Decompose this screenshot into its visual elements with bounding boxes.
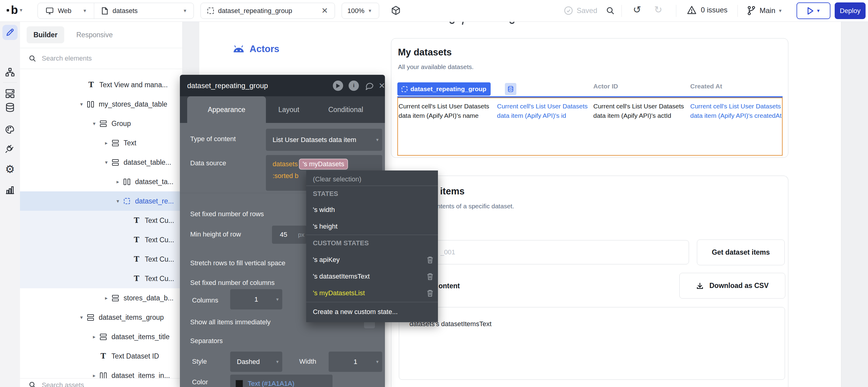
chevron-right-icon[interactable]: ▸: [89, 334, 99, 340]
separators-label: Separators: [190, 337, 223, 345]
search-icon: [28, 381, 36, 387]
preview-element-button[interactable]: [333, 80, 343, 91]
tree-item-text-view[interactable]: T Text View and mana...: [20, 75, 182, 95]
cell-name[interactable]: Current cell's List User Datasets data i…: [399, 101, 492, 120]
server-icon: [5, 89, 15, 98]
custom-state-apikey[interactable]: 's apiKey: [306, 253, 438, 266]
tab-conditional[interactable]: Conditional: [328, 96, 363, 123]
app-logo-menu[interactable]: b ▾: [7, 4, 23, 17]
create-custom-state-option[interactable]: Create a new custom state...: [306, 305, 438, 319]
component-library-button[interactable]: [391, 5, 401, 17]
state-option-height[interactable]: 's height: [306, 220, 438, 233]
cell-id[interactable]: Current cell's List User Datasets data i…: [497, 101, 589, 120]
workflow-tool[interactable]: [0, 67, 20, 77]
search-elements-input[interactable]: [41, 54, 157, 63]
custom-state-mydatasetslist-highlighted[interactable]: 's myDatasetsList: [306, 286, 438, 300]
chevron-right-icon[interactable]: ▸: [113, 179, 123, 185]
close-icon[interactable]: ✕: [321, 6, 328, 15]
undo-button[interactable]: ↺: [633, 5, 641, 14]
zoom-selector[interactable]: 100% ▾: [342, 3, 379, 19]
search-button[interactable]: [606, 6, 615, 15]
chevron-right-icon[interactable]: ▸: [101, 140, 112, 146]
tree-item-text-datasets[interactable]: T Text Datasets: [20, 69, 182, 75]
tree-item-text-dataset-id[interactable]: T Text Dataset ID: [20, 347, 182, 366]
type-of-content-select[interactable]: List User Datasets data item ▾: [266, 129, 382, 151]
tree-item-group[interactable]: ▾ Group: [20, 114, 182, 133]
preview-button[interactable]: ▾: [797, 2, 831, 19]
tab-builder[interactable]: Builder: [27, 26, 64, 43]
cell-createdat[interactable]: Current cell's List User Datasets data i…: [690, 101, 783, 120]
close-icon[interactable]: ✕: [377, 80, 387, 91]
page-selector[interactable]: datasets ▾: [94, 3, 193, 19]
min-height-input[interactable]: 45 px: [272, 226, 307, 244]
tab-layout[interactable]: Layout: [278, 96, 299, 123]
state-option-width[interactable]: 's width: [306, 203, 438, 217]
tree-item-my-stores-data-table[interactable]: ▾ my_stores_data_table: [20, 95, 182, 114]
tree-item-dataset-ta[interactable]: ▸ dataset_ta...: [20, 172, 182, 191]
backend-tool[interactable]: [0, 89, 20, 98]
tree-item-text-cell-2[interactable]: T Text Cu...: [20, 230, 182, 250]
redo-button[interactable]: ↻: [654, 5, 662, 14]
cell-actid[interactable]: Current cell's List User Datasets data i…: [593, 101, 686, 120]
my-datasets-card: My datasets All your available datasets.…: [391, 38, 788, 158]
gear-icon: ⚙: [5, 164, 15, 175]
tree-item-text-cell-1[interactable]: T Text Cu...: [20, 211, 182, 230]
logs-tool[interactable]: [0, 185, 20, 194]
repeating-group-icon: [402, 86, 407, 92]
tab-responsive[interactable]: Responsive: [76, 26, 113, 43]
deploy-button[interactable]: Deploy: [835, 2, 866, 19]
group-element-icon: [99, 334, 107, 340]
divider: [621, 5, 622, 17]
columns-select[interactable]: 1 ▾: [230, 289, 282, 310]
chevron-down-icon[interactable]: ▾: [76, 314, 87, 321]
color-value-link[interactable]: Text (#1A1A1A): [248, 380, 294, 387]
issues-indicator[interactable]: 0 issues: [687, 5, 727, 14]
tree-item-text-cell-4[interactable]: T Text Cu...: [20, 269, 182, 288]
chevron-down-icon[interactable]: ▾: [76, 101, 87, 107]
branch-selector[interactable]: Main ▾: [747, 5, 782, 16]
tab-appearance[interactable]: Appearance: [187, 96, 266, 123]
tree-item-text-cell-3[interactable]: T Text Cu...: [20, 250, 182, 269]
element-tree: T Text Datasets T Text View and mana... …: [20, 69, 182, 387]
min-height-label: Min height of row: [190, 230, 241, 238]
chevron-right-icon[interactable]: ▸: [101, 295, 112, 301]
info-button[interactable]: i: [349, 80, 359, 91]
chevron-right-icon[interactable]: ▸: [89, 373, 99, 379]
styles-tool[interactable]: [0, 125, 20, 134]
tree-item-stores-data-b[interactable]: ▸ stores_data_b...: [20, 288, 182, 308]
dataset-id-input[interactable]: [399, 240, 689, 264]
width-label: Width: [299, 358, 316, 365]
selected-element-chip[interactable]: dataset_repeating_group: [397, 83, 491, 96]
separator-color-field[interactable]: Text (#1A1A1A): [230, 375, 333, 387]
design-tool-active[interactable]: [2, 25, 18, 40]
clear-selection-option[interactable]: (Clear selection): [306, 172, 438, 186]
branch-icon: [747, 5, 756, 16]
search-assets-input[interactable]: [41, 381, 157, 387]
separator-style-select[interactable]: Dashed ▾: [230, 352, 282, 372]
data-tool[interactable]: [0, 103, 20, 113]
tree-item-dataset-table[interactable]: ▾ dataset_table...: [20, 153, 182, 172]
data-source-badge[interactable]: [505, 83, 516, 95]
element-tab[interactable]: dataset_repeating_group ✕: [200, 3, 335, 19]
download-csv-button[interactable]: Download as CSV: [679, 273, 785, 298]
tree-item-text-group[interactable]: ▸ Text: [20, 133, 182, 153]
comment-button[interactable]: [364, 80, 375, 91]
trash-icon[interactable]: [427, 256, 434, 264]
get-dataset-items-button[interactable]: Get dataset items: [697, 239, 785, 265]
tree-item-dataset-items-group[interactable]: ▾ dataset_items_group: [20, 308, 182, 327]
chevron-down-icon[interactable]: ▾: [89, 121, 99, 127]
tree-item-dataset-items-title[interactable]: ▸ dataset_items_title: [20, 327, 182, 347]
custom-state-datasetitemstext[interactable]: 's datasetItemsText: [306, 269, 438, 283]
tree-item-dataset-repeating-group-selected[interactable]: ▾ dataset_re...: [20, 191, 182, 211]
platform-selector[interactable]: Web ▾: [38, 3, 94, 19]
trash-icon[interactable]: [427, 272, 434, 281]
inspector-header[interactable]: dataset_repeating_group i ✕: [180, 75, 385, 96]
dataset-items-textarea[interactable]: datasets's datasetItemsText: [399, 307, 785, 380]
chevron-down-icon[interactable]: ▾: [101, 159, 112, 166]
plugins-tool[interactable]: [0, 144, 20, 154]
settings-tool[interactable]: ⚙: [0, 164, 20, 175]
data-source-state-chip[interactable]: 's myDatasets: [299, 159, 348, 169]
chevron-down-icon[interactable]: ▾: [113, 198, 123, 204]
trash-icon[interactable]: [427, 289, 434, 297]
separator-width-select[interactable]: 1 ▾: [329, 352, 382, 372]
